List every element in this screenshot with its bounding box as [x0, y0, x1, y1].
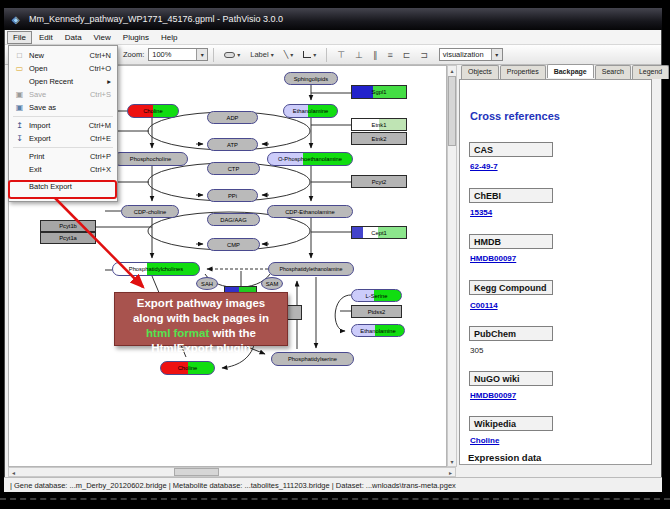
node-cmp[interactable]: CMP [207, 238, 260, 251]
node-ethanolamine-top[interactable]: Ethanolamine [283, 104, 338, 118]
menu-item-batch-export[interactable]: Batch Export [9, 180, 117, 193]
horizontal-scrollbar[interactable]: ◂ ▸ [8, 467, 456, 477]
gene-pcyt2[interactable]: Pcyt2 [351, 175, 407, 188]
scroll-left-icon[interactable]: ◂ [9, 468, 18, 477]
node-sah[interactable]: SAH [196, 277, 218, 290]
annotation-callout: Export pathway images along with back pa… [114, 292, 288, 346]
gene-pcyt1a[interactable]: Pcyt1a [40, 232, 96, 244]
node-phosphocholine[interactable]: Phosphocholine [113, 152, 188, 166]
node-sam[interactable]: SAM [261, 277, 283, 290]
menu-plugins[interactable]: Plugins [118, 32, 154, 43]
node-phosphatidylcholines[interactable]: Phosphatidylcholines [112, 262, 200, 276]
menu-view[interactable]: View [89, 32, 116, 43]
line-tool-button[interactable]: ╲ ▾ [282, 49, 296, 60]
tab-properties[interactable]: Properties [500, 65, 546, 79]
scroll-up-icon[interactable]: ▴ [448, 66, 457, 75]
distribute-horizontal-icon[interactable]: ∥ [373, 50, 378, 60]
chevron-down-icon[interactable]: ▾ [271, 51, 274, 58]
xref-section-kegg: Kegg Compound [469, 280, 553, 295]
node-l-serine[interactable]: L-Serine [351, 289, 402, 302]
zoom-combobox[interactable]: 100% ▾ [148, 48, 208, 61]
tab-search[interactable]: Search [595, 65, 631, 79]
menu-edit[interactable]: Edit [34, 32, 58, 43]
align-center-horizontal-icon[interactable]: ⊤ [337, 50, 345, 60]
menu-item-open-recent[interactable]: Open Recent ▸ [9, 75, 117, 88]
connector-tool-button[interactable]: ▾ [301, 50, 318, 59]
node-phosphatidylserine[interactable]: Phosphatidylserine [271, 352, 354, 366]
visualization-combobox[interactable]: visualization ▾ [439, 48, 503, 61]
app-icon: ◈ [12, 14, 23, 25]
node-adp[interactable]: ADP [207, 111, 258, 124]
gene-etnk1[interactable]: Etnk1 [351, 118, 407, 131]
gene-sgpl1[interactable]: Sgpl1 [351, 85, 407, 99]
xref-link-cas[interactable]: 62-49-7 [470, 162, 498, 171]
menu-item-open[interactable]: ▭ Open Ctrl+O [9, 62, 117, 75]
node-atp[interactable]: ATP [207, 138, 258, 151]
align-left-icon[interactable]: ⊏ [403, 50, 411, 60]
callout-text: Export pathway images along with back pa… [133, 297, 269, 324]
xref-link-wikipedia[interactable]: Choline [470, 436, 499, 445]
chevron-down-icon[interactable]: ▾ [196, 49, 207, 60]
node-cdp-choline[interactable]: CDP-choline [121, 205, 179, 218]
node-choline-top[interactable]: Choline [127, 104, 179, 118]
menu-item-exit[interactable]: Exit Ctrl+X [9, 163, 117, 176]
align-center-vertical-icon[interactable]: ⊥ [355, 50, 363, 60]
tab-objects[interactable]: Objects [461, 65, 499, 79]
menu-item-save-as[interactable]: ▣ Save as [9, 101, 117, 114]
node-ethanolamine-bottom[interactable]: Ethanolamine [351, 324, 405, 337]
node-cdp-ethanolamine[interactable]: CDP-Ethanolamine [267, 205, 353, 218]
node-sphingolipids[interactable]: Sphingolipids [284, 72, 338, 85]
zoom-label: Zoom: [123, 50, 144, 59]
chevron-down-icon[interactable]: ▾ [491, 49, 502, 60]
title-bar[interactable]: ◈ Mm_Kennedy_pathway_WP1771_45176.gpml -… [4, 8, 662, 30]
open-folder-icon: ▭ [13, 64, 26, 73]
distribute-vertical-icon[interactable]: ≡ [387, 50, 392, 60]
toolbar-separator [213, 48, 214, 62]
line-icon: ╲ [284, 50, 289, 59]
menu-help[interactable]: Help [156, 32, 182, 43]
vertical-scrollbar[interactable]: ▴ ▾ [447, 65, 457, 467]
node-dag-aag[interactable]: DAG/AAG [207, 213, 260, 226]
xref-link-kegg[interactable]: C00114 [470, 301, 498, 310]
xref-link-hmdb[interactable]: HMDB00097 [470, 254, 516, 263]
label-tool-text: Label [250, 50, 268, 59]
gene-tool-button[interactable]: ▾ [222, 50, 242, 59]
menu-separator [13, 147, 113, 148]
tab-backpage[interactable]: Backpage [547, 64, 594, 78]
menu-item-import[interactable]: ↥ Import Ctrl+M [9, 119, 117, 132]
tab-legend[interactable]: Legend [632, 65, 669, 79]
scroll-down-icon[interactable]: ▾ [448, 457, 457, 466]
gene-etnk2[interactable]: Etnk2 [351, 132, 407, 145]
menu-item-export[interactable]: ↧ Export Ctrl+E [9, 132, 117, 145]
menu-item-new[interactable]: □ New Ctrl+N [9, 49, 117, 62]
gene-cept1[interactable]: Cept1 [351, 226, 407, 239]
chevron-down-icon[interactable]: ▾ [237, 51, 240, 58]
import-icon: ↥ [13, 121, 26, 130]
window-title: Mm_Kennedy_pathway_WP1771_45176.gpml - P… [29, 14, 283, 24]
chevron-down-icon[interactable]: ▾ [313, 51, 316, 58]
xref-link-nugo[interactable]: HMDB00097 [470, 391, 516, 400]
node-ppi[interactable]: PPi [207, 189, 258, 202]
xref-link-chebi[interactable]: 15354 [470, 208, 492, 217]
scroll-right-icon[interactable]: ▸ [446, 468, 455, 477]
xref-section-hmdb: HMDB [469, 234, 553, 249]
menu-file[interactable]: File [7, 31, 32, 44]
label-tool-button[interactable]: Label ▾ [248, 49, 275, 60]
export-icon: ↧ [13, 134, 26, 143]
gene-ptdss2[interactable]: Ptdss2 [351, 305, 402, 318]
node-ctp[interactable]: CTP [207, 162, 260, 175]
chevron-down-icon[interactable]: ▾ [290, 51, 293, 58]
gene-pcyt1b[interactable]: Pcyt1b [40, 220, 96, 232]
scrollbar-thumb[interactable] [174, 468, 219, 476]
node-phosphatidylethanolamine[interactable]: Phosphatidylethanolamine [268, 262, 354, 276]
menu-item-print[interactable]: Print Ctrl+P [9, 150, 117, 163]
align-right-icon[interactable]: ⊐ [420, 50, 428, 60]
node-choline-selected[interactable]: Choline [160, 361, 215, 375]
xref-section-cas: CAS [469, 142, 553, 157]
new-document-icon: □ [13, 51, 26, 60]
backpage-content: Cross references CAS 62-49-7 ChEBI 15354… [459, 79, 652, 465]
gene-node-icon [224, 52, 235, 58]
scrollbar-thumb[interactable] [448, 76, 456, 146]
menu-data[interactable]: Data [60, 32, 87, 43]
node-o-phosphoethanolamine[interactable]: O-Phosphoethanolamine [267, 152, 353, 166]
